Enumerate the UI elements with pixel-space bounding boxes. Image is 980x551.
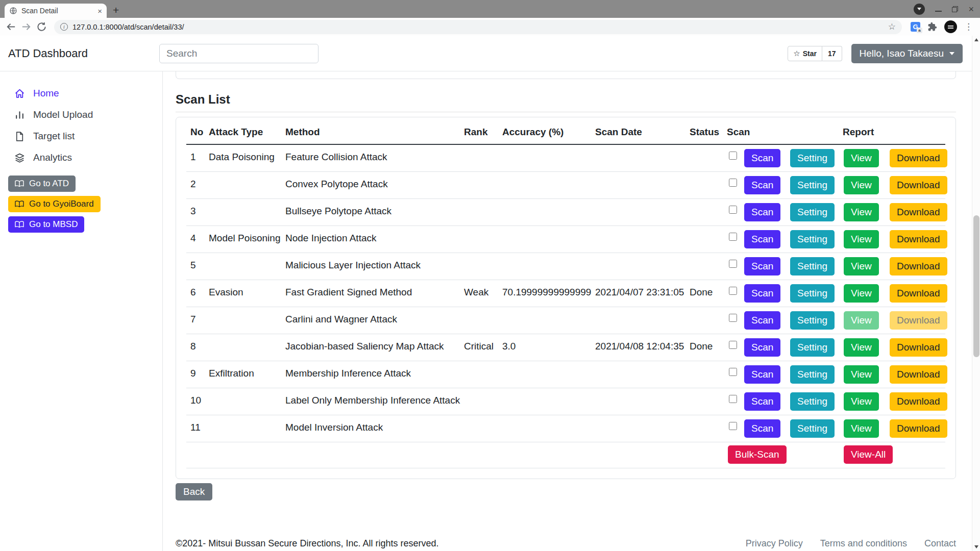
row-method: Node Injection Attack: [281, 226, 460, 253]
setting-button[interactable]: Setting: [790, 392, 835, 411]
row-attack-type: [205, 199, 281, 226]
setting-button[interactable]: Setting: [790, 203, 835, 221]
scan-button[interactable]: Scan: [744, 419, 780, 438]
setting-button[interactable]: Setting: [790, 230, 835, 248]
view-button[interactable]: View: [844, 419, 879, 438]
download-button[interactable]: Download: [890, 392, 947, 411]
browser-menu-icon[interactable]: ⋮: [964, 21, 973, 32]
scan-button[interactable]: Scan: [744, 203, 780, 221]
back-button[interactable]: Back: [176, 483, 212, 500]
download-button[interactable]: Download: [890, 419, 947, 438]
setting-button[interactable]: Setting: [790, 176, 835, 194]
scan-select-checkbox[interactable]: [729, 179, 737, 187]
main-content: Scan List No Attack Type Method Rank Acc…: [163, 71, 980, 551]
setting-button[interactable]: Setting: [790, 419, 835, 438]
download-button[interactable]: Download: [890, 284, 947, 303]
go-to-atd-button[interactable]: Go to ATD: [8, 176, 76, 192]
download-button[interactable]: Download: [890, 311, 947, 330]
go-to-mbsd-button[interactable]: Go to MBSD: [8, 216, 84, 233]
download-button[interactable]: Download: [890, 203, 947, 221]
scan-button[interactable]: Scan: [744, 392, 780, 411]
forward-icon[interactable]: [20, 21, 32, 33]
bulk-scan-button[interactable]: Bulk-Scan: [728, 445, 787, 464]
scan-select-checkbox[interactable]: [729, 341, 737, 349]
scan-button[interactable]: Scan: [744, 311, 780, 330]
browser-tab[interactable]: Scan Detail ×: [5, 4, 107, 18]
github-star-widget[interactable]: ☆ Star 17: [788, 46, 842, 61]
scan-button[interactable]: Scan: [744, 365, 780, 384]
scan-select-checkbox[interactable]: [729, 368, 737, 376]
restore-window-icon[interactable]: [952, 6, 958, 12]
translate-extension-icon[interactable]: Ga: [911, 22, 920, 32]
row-scan-date: [591, 199, 685, 226]
sidebar-item-analytics[interactable]: Analytics: [0, 147, 162, 168]
sidebar-item-model-upload[interactable]: Model Upload: [0, 104, 162, 126]
scan-button[interactable]: Scan: [744, 149, 780, 167]
tab-search-button[interactable]: [914, 4, 925, 15]
download-button[interactable]: Download: [890, 257, 947, 276]
star-count[interactable]: 17: [822, 46, 842, 61]
scan-button[interactable]: Scan: [744, 284, 780, 303]
view-button[interactable]: View: [844, 338, 879, 357]
reload-icon[interactable]: [36, 21, 47, 33]
view-button[interactable]: View: [844, 149, 879, 167]
close-window-icon[interactable]: ×: [968, 5, 974, 14]
download-button[interactable]: Download: [890, 149, 947, 167]
go-to-gyoiboard-button[interactable]: Go to GyoiBoard: [8, 196, 101, 212]
sidebar-item-target-list[interactable]: Target list: [0, 126, 162, 147]
setting-button[interactable]: Setting: [790, 365, 835, 384]
page-scrollbar[interactable]: [972, 36, 980, 551]
sidebar-item-home[interactable]: Home: [0, 83, 162, 104]
new-tab-icon[interactable]: +: [113, 5, 119, 15]
download-button[interactable]: Download: [890, 230, 947, 248]
download-button[interactable]: Download: [890, 365, 947, 384]
back-icon[interactable]: [5, 21, 17, 33]
scan-button[interactable]: Scan: [744, 176, 780, 194]
scrollbar-down-arrow-icon[interactable]: [974, 545, 978, 548]
user-menu-button[interactable]: Hello, Isao Takaesu: [851, 44, 963, 63]
scan-select-checkbox[interactable]: [729, 233, 737, 241]
scan-select-checkbox[interactable]: [729, 422, 737, 430]
view-button[interactable]: View: [844, 230, 879, 248]
scan-button[interactable]: Scan: [744, 230, 780, 248]
view-button[interactable]: View: [844, 176, 879, 194]
view-button[interactable]: View: [844, 203, 879, 221]
view-button[interactable]: View: [844, 284, 879, 303]
download-button[interactable]: Download: [890, 338, 947, 357]
view-all-button[interactable]: View-All: [844, 445, 893, 464]
view-button[interactable]: View: [844, 311, 879, 330]
setting-button[interactable]: Setting: [790, 149, 835, 167]
row-scan-date: [591, 144, 685, 172]
view-button[interactable]: View: [844, 365, 879, 384]
privacy-policy-link[interactable]: Privacy Policy: [746, 538, 803, 549]
extensions-puzzle-icon[interactable]: [927, 22, 937, 32]
site-info-icon[interactable]: i: [60, 23, 68, 31]
scan-select-checkbox[interactable]: [729, 260, 737, 268]
scan-select-checkbox[interactable]: [729, 314, 737, 322]
tab-close-icon[interactable]: ×: [97, 7, 102, 15]
setting-button[interactable]: Setting: [790, 338, 835, 357]
scan-button[interactable]: Scan: [744, 338, 780, 357]
view-button[interactable]: View: [844, 392, 879, 411]
download-button[interactable]: Download: [890, 176, 947, 194]
setting-button[interactable]: Setting: [790, 311, 835, 330]
setting-button[interactable]: Setting: [790, 257, 835, 276]
scan-select-checkbox[interactable]: [729, 287, 737, 295]
scan-button[interactable]: Scan: [744, 257, 780, 276]
search-input[interactable]: [159, 44, 318, 63]
profile-avatar[interactable]: [944, 20, 957, 33]
setting-button[interactable]: Setting: [790, 284, 835, 303]
scrollbar-up-arrow-icon[interactable]: [974, 38, 978, 41]
scan-select-checkbox[interactable]: [729, 206, 737, 214]
terms-link[interactable]: Terms and conditions: [820, 538, 907, 549]
minimize-window-icon[interactable]: [935, 11, 942, 12]
app-brand[interactable]: ATD Dashboard: [8, 47, 159, 60]
view-button[interactable]: View: [844, 257, 879, 276]
row-rank: Weak: [460, 280, 498, 307]
scrollbar-thumb[interactable]: [973, 215, 979, 357]
bookmark-star-icon[interactable]: ☆: [888, 21, 896, 32]
scan-select-checkbox[interactable]: [729, 152, 737, 160]
contact-link[interactable]: Contact: [924, 538, 956, 549]
url-address-bar[interactable]: i 127.0.0.1:8000/atd/scan/detail/33/ ☆: [54, 20, 902, 34]
scan-select-checkbox[interactable]: [729, 395, 737, 403]
